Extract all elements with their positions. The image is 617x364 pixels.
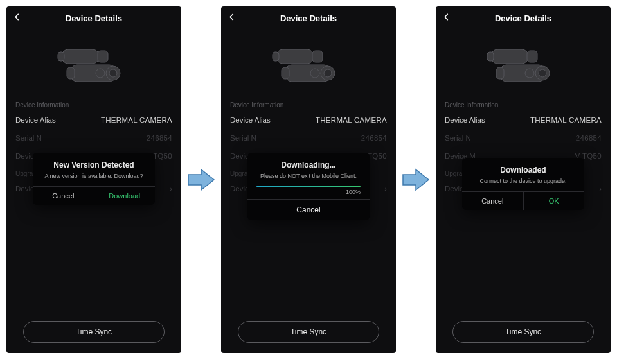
dialog-title: Downloaded <box>462 158 584 177</box>
row-device-alias[interactable]: Device Alias THERMAL CAMERA <box>6 111 181 129</box>
cancel-button[interactable]: Cancel <box>247 199 370 220</box>
svg-rect-2 <box>98 51 108 62</box>
dialog-new-version: New Version Detected A new version is av… <box>33 153 155 205</box>
screen-downloading: Device Details Device Information Device… <box>221 6 396 353</box>
chevron-right-icon: › <box>384 185 387 193</box>
value-serial: 246854 <box>361 134 387 142</box>
svg-rect-18 <box>491 49 528 64</box>
dialog-buttons: Cancel OK <box>462 191 584 210</box>
time-sync-button[interactable]: Time Sync <box>452 321 594 343</box>
dialog-title: New Version Detected <box>33 153 155 172</box>
dialog-message: Connect to the device to upgrade. <box>462 177 584 191</box>
svg-rect-1 <box>58 52 64 61</box>
label-serial: Serial N <box>230 134 256 142</box>
svg-point-24 <box>539 69 546 77</box>
value-alias: THERMAL CAMERA <box>101 116 172 124</box>
svg-point-6 <box>109 69 117 77</box>
svg-rect-10 <box>273 52 279 61</box>
back-icon[interactable] <box>228 13 237 24</box>
svg-rect-13 <box>282 67 289 79</box>
svg-marker-17 <box>403 169 429 190</box>
svg-rect-19 <box>487 52 494 61</box>
ok-button[interactable]: OK <box>523 192 585 210</box>
value-alias: THERMAL CAMERA <box>530 116 602 124</box>
header: Device Details <box>436 6 611 30</box>
svg-rect-4 <box>67 67 75 79</box>
cancel-button[interactable]: Cancel <box>462 192 523 210</box>
label-serial: Serial N <box>15 134 42 142</box>
svg-point-25 <box>525 69 534 78</box>
screen-downloaded: Device Details Device Information Device… <box>436 6 611 353</box>
svg-point-16 <box>310 69 319 78</box>
header: Device Details <box>221 6 396 30</box>
time-sync-label: Time Sync <box>76 327 112 336</box>
cancel-button[interactable]: Cancel <box>33 187 94 205</box>
dialog-buttons: Cancel Download <box>33 186 155 205</box>
time-sync-label: Time Sync <box>505 327 541 336</box>
time-sync-button[interactable]: Time Sync <box>23 321 165 343</box>
value-serial: 246854 <box>147 134 172 142</box>
row-serial: Serial N 246854 <box>6 129 181 147</box>
row-device-alias[interactable]: Device Alias THERMAL CAMERA <box>436 111 611 129</box>
time-sync-label: Time Sync <box>291 327 326 336</box>
page-title: Device Details <box>436 13 611 23</box>
label-alias: Device Alias <box>230 116 271 124</box>
dialog-message: A new version is available. Download? <box>33 172 155 186</box>
dialog-downloading: Downloading... Please do NOT exit the Mo… <box>247 153 370 220</box>
svg-rect-11 <box>312 51 323 62</box>
screen-new-version: Device Details Device Information Device… <box>6 6 181 353</box>
chevron-right-icon: › <box>170 185 172 193</box>
label-alias: Device Alias <box>445 116 485 124</box>
progress-percent-label: 100% <box>256 187 361 195</box>
row-serial: Serial N 246854 <box>436 129 611 147</box>
label-alias: Device Alias <box>15 116 56 124</box>
time-sync-button[interactable]: Time Sync <box>238 321 379 343</box>
row-device-alias[interactable]: Device Alias THERMAL CAMERA <box>221 111 396 129</box>
flow-arrow-1 <box>181 6 221 353</box>
dialog-message: Please do NOT exit the Mobile Client. <box>247 172 370 186</box>
progress-fill <box>256 186 361 187</box>
svg-rect-9 <box>276 49 314 64</box>
dialog-downloaded: Downloaded Connect to the device to upgr… <box>462 158 584 210</box>
svg-rect-22 <box>496 67 504 79</box>
page-title: Device Details <box>221 13 396 23</box>
svg-marker-8 <box>188 169 214 190</box>
device-image <box>221 30 396 96</box>
section-device-info: Device Information <box>221 96 396 111</box>
svg-point-15 <box>324 69 332 77</box>
back-icon[interactable] <box>13 13 22 24</box>
svg-rect-20 <box>527 51 537 62</box>
value-alias: THERMAL CAMERA <box>316 116 387 124</box>
page-title: Device Details <box>6 13 181 23</box>
row-serial: Serial N 246854 <box>221 129 396 147</box>
progress-bar: 100% <box>247 186 370 199</box>
label-serial: Serial N <box>445 134 471 142</box>
section-device-info: Device Information <box>436 96 611 111</box>
flow-arrow-2 <box>396 6 436 353</box>
dialog-title: Downloading... <box>247 153 370 172</box>
chevron-right-icon: › <box>599 185 602 193</box>
section-device-info: Device Information <box>6 96 181 111</box>
back-icon[interactable] <box>442 13 451 24</box>
download-button[interactable]: Download <box>94 187 156 205</box>
value-serial: 246854 <box>576 134 602 142</box>
svg-point-7 <box>96 69 105 78</box>
device-image <box>6 30 181 96</box>
device-image <box>436 30 611 96</box>
svg-rect-0 <box>62 49 99 64</box>
header: Device Details <box>6 6 181 30</box>
